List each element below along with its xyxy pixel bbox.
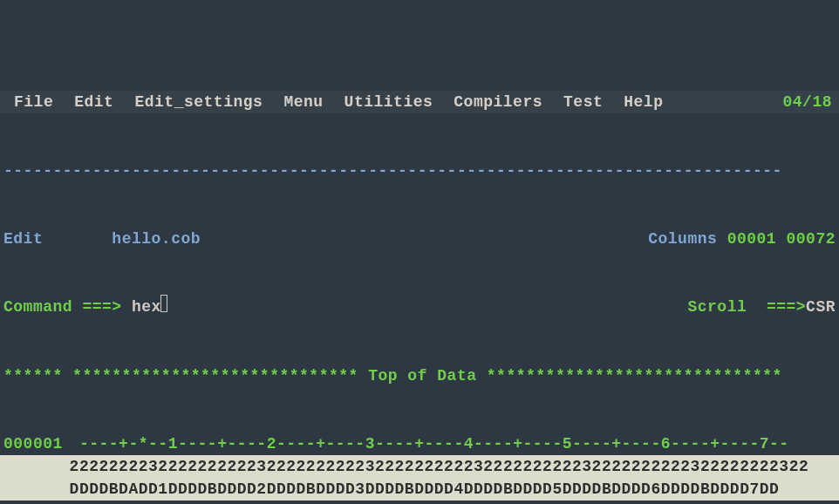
col-from: 00001 — [727, 228, 777, 250]
source-text[interactable]: ----+-*--1----+----2----+----3----+----4… — [70, 432, 789, 455]
source-line[interactable]: 000004 IDENTIFICATION DIVISION. — [0, 501, 839, 504]
menu-test[interactable]: Test — [553, 91, 613, 113]
source-text[interactable]: IDENTIFICATION DIVISION. — [70, 501, 385, 504]
separator-line: ----------------------------------------… — [0, 160, 839, 182]
menu-compilers[interactable]: Compilers — [443, 91, 553, 113]
col-to: 00072 — [786, 228, 836, 250]
mode-label: Edit — [3, 228, 43, 250]
menu-menu[interactable]: Menu — [273, 91, 333, 113]
top-of-data: ****** ***************************** Top… — [0, 364, 839, 387]
line-number[interactable]: 000004 — [3, 501, 70, 504]
date-indicator: 04/18 — [779, 91, 836, 113]
command-label: Command ===> — [3, 296, 122, 318]
menu-file[interactable]: File — [3, 91, 64, 113]
filename: hello.cob — [112, 228, 201, 250]
source-line[interactable]: 000001 ----+-*--1----+----2----+----3---… — [0, 432, 839, 455]
command-input[interactable]: hex — [132, 296, 161, 318]
scroll-label: Scroll ===> — [687, 296, 806, 318]
hex-digit-row: DDDDBDADD1DDDDBDDDD2DDDDBDDDD3DDDDBDDDD4… — [0, 478, 839, 501]
command-line[interactable]: Command ===> hex Scroll ===> CSR — [0, 296, 839, 318]
editor-area[interactable]: 000001 ----+-*--1----+----2----+----3---… — [0, 432, 839, 504]
menu-utilities[interactable]: Utilities — [334, 91, 444, 113]
menubar: File Edit Edit_settings Menu Utilities C… — [0, 91, 839, 113]
line-number[interactable]: 000001 — [3, 432, 70, 455]
columns-label: Columns — [648, 228, 717, 250]
header-line: Edit hello.cob Columns 00001 00072 — [0, 228, 839, 250]
menu-edit-settings[interactable]: Edit_settings — [124, 91, 273, 113]
scroll-value[interactable]: CSR — [806, 296, 836, 318]
hex-zone-row: 2222222232222222222322222222223222222222… — [0, 455, 839, 478]
menu-edit[interactable]: Edit — [64, 91, 124, 113]
menu-help[interactable]: Help — [613, 91, 673, 113]
